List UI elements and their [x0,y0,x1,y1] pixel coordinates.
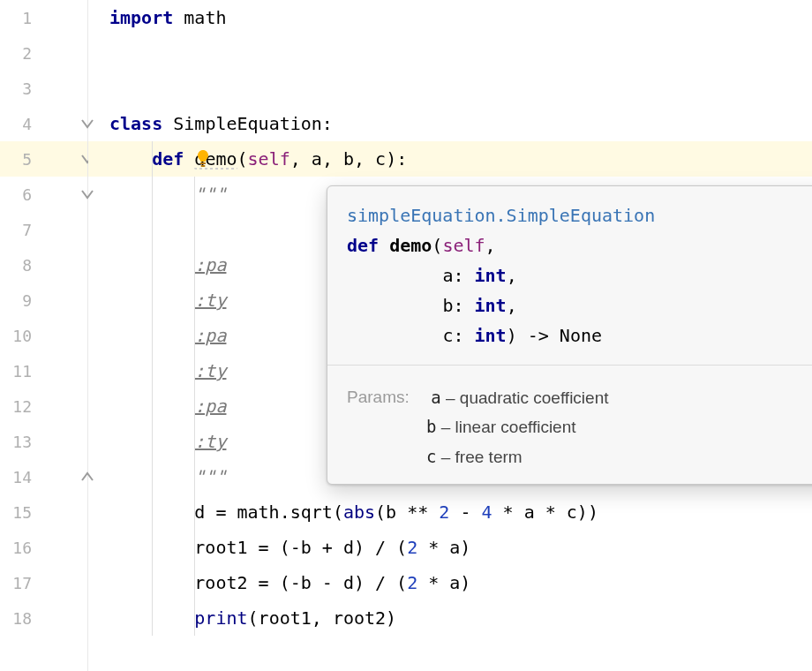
svg-rect-1 [201,165,206,167]
code-line[interactable]: import math [88,0,812,35]
line-number: 15 [0,503,44,522]
line-number: 2 [0,44,44,63]
gutter-row: 2 [0,35,87,71]
line-number: 10 [0,327,44,345]
line-number: 11 [0,362,44,381]
gutter-row: 10 [0,318,87,353]
line-number: 5 [0,150,44,169]
intention-bulb-icon[interactable] [192,148,214,170]
doc-tag: :ty [194,431,226,452]
line-number: 14 [0,468,44,486]
self-param: self [248,148,290,170]
code-line[interactable]: root1 = (-b + d) / (2 * a) [88,530,812,565]
line-number: 13 [0,433,44,451]
line-number: 18 [0,609,44,628]
code-line[interactable] [88,35,812,71]
gutter-row: 12 [0,388,87,424]
docstring: """ [194,184,226,205]
code-line[interactable] [88,71,812,106]
module-name: math [184,7,226,28]
keyword-class: class [109,113,162,134]
line-number: 1 [0,9,44,27]
class-name: SimpleEquation [173,113,322,134]
qualifier: simpleEquation.SimpleEquation [347,205,655,226]
gutter-row: 11 [0,353,87,388]
doc-tag: :ty [194,360,226,381]
code-line[interactable]: class SimpleEquation: [88,106,812,141]
gutter-row: 6 [0,177,87,212]
gutter-row: 13 [0,424,87,459]
quick-doc-popup: simpleEquation.SimpleEquation def demo(s… [327,185,812,485]
docstring: """ [194,466,226,487]
svg-rect-0 [200,162,206,164]
line-number: 17 [0,574,44,592]
signature-block: simpleEquation.SimpleEquation def demo(s… [327,186,812,366]
code-line[interactable]: print(root1, root2) [88,600,812,636]
gutter-row: 18 [0,600,87,636]
line-number: 3 [0,79,44,98]
line-number: 4 [0,115,44,133]
params-block: Params: a – quadratic coefficient b – li… [327,366,812,484]
gutter-row: 14 [0,459,87,494]
doc-tag: :pa [194,254,226,275]
gutter-row: 5 [0,141,87,177]
gutter-row: 16 [0,530,87,565]
code-line[interactable]: root2 = (-b - d) / (2 * a) [88,565,812,600]
gutter-row: 9 [0,283,87,318]
line-number: 9 [0,291,44,310]
line-number: 8 [0,256,44,275]
line-number: 7 [0,221,44,239]
gutter-row: 15 [0,494,87,530]
code-line[interactable]: d = math.sqrt(abs(b ** 2 - 4 * a * c)) [88,494,812,530]
gutter-row: 4 [0,106,87,141]
indent-guide [152,141,153,636]
gutter-row: 1 [0,0,87,35]
indent-guide [194,177,195,636]
keyword-import: import [109,7,173,28]
doc-tag: :pa [194,325,226,346]
doc-tag: :pa [194,396,226,417]
params-label: Params: [347,383,426,411]
code-editor[interactable]: 1 2 3 4 5 6 7 8 9 10 [0,0,812,671]
code-area[interactable]: import math class SimpleEquation: def de… [88,0,812,671]
gutter-row: 8 [0,247,87,283]
gutter-row: 3 [0,71,87,106]
line-number: 6 [0,185,44,204]
gutter-row: 7 [0,212,87,247]
keyword-def: def [152,148,184,170]
line-number: 12 [0,397,44,416]
gutter-row: 17 [0,565,87,600]
doc-tag: :ty [194,290,226,311]
line-number: 16 [0,539,44,557]
gutter: 1 2 3 4 5 6 7 8 9 10 [0,0,88,671]
